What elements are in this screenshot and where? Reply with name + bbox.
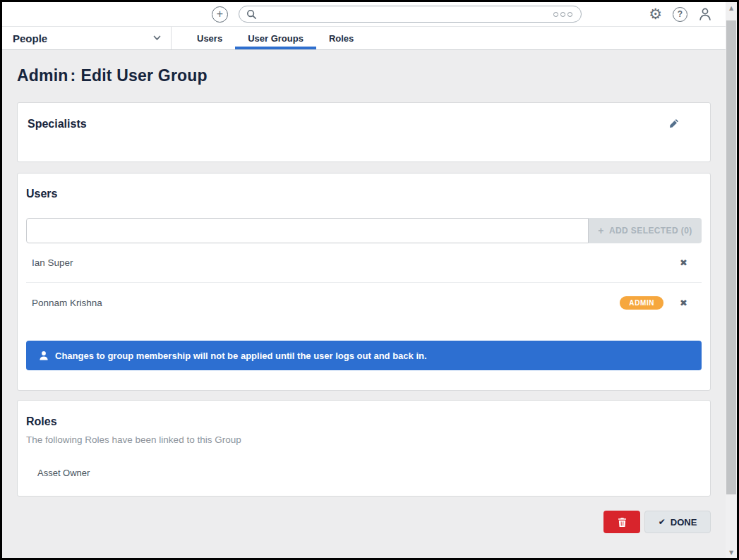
help-icon[interactable]: ?	[673, 7, 687, 22]
users-card-title: Users	[26, 188, 702, 200]
tab-roles[interactable]: Roles	[316, 27, 366, 49]
module-tabs: Users User Groups Roles	[184, 27, 366, 49]
tab-user-groups[interactable]: User Groups	[235, 27, 316, 49]
role-item: Asset Owner	[37, 468, 702, 478]
tab-users[interactable]: Users	[184, 27, 235, 49]
users-card: Users + ADD SELECTED (0) Ian Super ✖ Pon…	[17, 173, 711, 391]
top-bar: + ⚙ ?	[2, 2, 726, 27]
member-name: Ian Super	[32, 257, 73, 268]
edit-pencil-icon[interactable]	[669, 118, 679, 128]
page-content: Admin:Edit User Group Specialists Users …	[2, 50, 726, 558]
remove-member-icon[interactable]: ✖	[680, 257, 687, 268]
delete-group-button[interactable]	[603, 511, 640, 533]
page-title: Admin:Edit User Group	[17, 66, 711, 85]
page-title-prefix: Admin	[17, 66, 68, 85]
search-icon	[246, 9, 257, 20]
settings-gear-icon[interactable]: ⚙	[649, 7, 662, 22]
done-button-label: DONE	[671, 517, 697, 528]
footer-actions: ✔ DONE	[17, 511, 711, 533]
remove-member-icon[interactable]: ✖	[680, 298, 687, 308]
add-icon[interactable]: +	[212, 6, 228, 23]
roles-card-title: Roles	[26, 415, 702, 428]
done-button[interactable]: ✔ DONE	[644, 511, 711, 533]
trash-icon	[617, 517, 627, 528]
module-selector[interactable]: People	[2, 27, 172, 49]
member-row: Ponnam Krishna ADMIN ✖	[26, 283, 702, 322]
search-options-icon[interactable]	[553, 12, 574, 17]
user-account-icon[interactable]	[698, 7, 712, 21]
module-selector-label: People	[13, 32, 47, 44]
page-title-rest: Edit User Group	[80, 66, 207, 85]
membership-notice: Changes to group membership will not be …	[26, 341, 702, 370]
app-window: + ⚙ ?	[0, 0, 739, 560]
add-user-row: + ADD SELECTED (0)	[26, 218, 702, 243]
group-name-card: Specialists	[17, 102, 711, 162]
person-icon	[39, 351, 49, 360]
membership-notice-text: Changes to group membership will not be …	[55, 351, 427, 361]
scrollbar-thumb[interactable]	[726, 20, 736, 494]
nav-bar: People Users User Groups Roles	[2, 27, 726, 50]
scroll-up-icon[interactable]: ▲	[726, 2, 737, 13]
plus-icon: +	[598, 225, 604, 236]
chevron-down-icon	[153, 35, 161, 41]
page-title-separator: :	[71, 66, 76, 85]
search-input[interactable]	[261, 9, 553, 20]
scroll-down-icon[interactable]: ▼	[726, 547, 737, 558]
add-selected-button[interactable]: + ADD SELECTED (0)	[589, 218, 702, 243]
global-search[interactable]	[239, 6, 582, 23]
user-search-input[interactable]	[26, 218, 589, 243]
member-row: Ian Super ✖	[26, 243, 702, 283]
check-icon: ✔	[659, 517, 666, 527]
admin-badge: ADMIN	[620, 296, 663, 310]
group-name: Specialists	[28, 118, 700, 130]
member-name: Ponnam Krishna	[32, 298, 102, 308]
roles-card: Roles The following Roles have been link…	[17, 400, 711, 497]
add-selected-label: ADD SELECTED (0)	[609, 226, 692, 236]
vertical-scrollbar[interactable]: ▲ ▼	[726, 2, 737, 558]
roles-card-subtitle: The following Roles have been linked to …	[26, 434, 702, 445]
